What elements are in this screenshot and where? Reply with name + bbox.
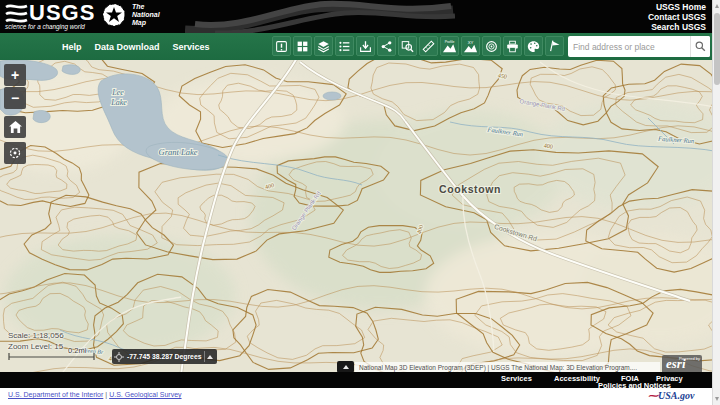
- site-header: USGS science for a changing world The Na…: [0, 0, 720, 33]
- zoom-in-button[interactable]: +: [4, 64, 26, 86]
- wave-decoration: [185, 0, 455, 33]
- style-tool-button[interactable]: [524, 36, 543, 56]
- find-my-location-button[interactable]: [4, 142, 26, 164]
- grid-icon: [296, 40, 309, 53]
- doi-link[interactable]: U.S. Department of the Interior: [8, 391, 103, 398]
- scrollbar[interactable]: [712, 0, 720, 405]
- layers-tool-button[interactable]: [314, 36, 333, 56]
- map-label-lake: Lake: [110, 98, 127, 107]
- footer-accessibility-link[interactable]: Accessibility: [554, 374, 600, 383]
- download-tool-button[interactable]: [356, 36, 375, 56]
- menu-services[interactable]: Services: [173, 42, 210, 52]
- flag-icon: [548, 40, 561, 53]
- map-label-lee: Lee: [111, 88, 124, 97]
- national-map-emblem-icon: [102, 3, 126, 27]
- share-icon: [380, 40, 393, 53]
- basemap-tool-button[interactable]: [293, 36, 312, 56]
- notifications-tool-button[interactable]: [545, 36, 564, 56]
- search-input[interactable]: [568, 42, 690, 52]
- zoom-controls: + −: [4, 64, 26, 109]
- usgs-home-link[interactable]: USGS Home: [648, 2, 706, 12]
- menu-data-download[interactable]: Data Download: [95, 42, 160, 52]
- search-usgs-link[interactable]: Search USGS: [648, 22, 706, 32]
- national-map-logo[interactable]: The National Map: [102, 3, 160, 27]
- exclamation-icon: [275, 40, 288, 53]
- footer-bar: Services Accessibility FOIA Privacy Poli…: [0, 372, 720, 388]
- download-icon: [359, 40, 372, 53]
- print-tool-button[interactable]: [503, 36, 522, 56]
- map-label-cookstown: Cookstown: [439, 183, 501, 195]
- scrollbar-thumb[interactable]: [714, 13, 720, 85]
- query-tool-button[interactable]: [398, 36, 417, 56]
- chevron-up-icon: [207, 355, 213, 359]
- usagov-logo[interactable]: ⁓USA.gov: [648, 390, 694, 401]
- map-canvas[interactable]: Lee Lake Grant Lake Cookstown Faulkner R…: [0, 60, 720, 372]
- link-separator: |: [105, 391, 107, 398]
- mountain-profile-icon: Profile: [442, 39, 457, 54]
- menus: Help Data Download Services: [62, 33, 210, 60]
- share-tool-button[interactable]: [377, 36, 396, 56]
- scale-readout: Scale: 1:18,056 Zoom Level: 15: [8, 331, 64, 352]
- scroll-up-icon: [715, 4, 719, 8]
- footer-services-link[interactable]: Services: [501, 374, 532, 383]
- government-links: U.S. Department of the Interior|U.S. Geo…: [8, 391, 182, 398]
- locate-icon: [8, 146, 22, 160]
- home-extent-button[interactable]: [4, 116, 26, 138]
- toolbar: Help Data Download Services: [0, 33, 720, 60]
- triangle-up-icon: [343, 365, 349, 369]
- svg-text:Profile: Profile: [445, 40, 455, 44]
- tool-buttons: Profile XY: [272, 36, 564, 56]
- palette-icon: [527, 40, 540, 53]
- usgs-logo[interactable]: USGS: [5, 2, 95, 24]
- target-tool-button[interactable]: [482, 36, 501, 56]
- concentric-circles-icon: [485, 40, 498, 53]
- list-icon: [338, 40, 351, 53]
- sub-footer: U.S. Department of the Interior|U.S. Geo…: [0, 388, 720, 405]
- contact-usgs-link[interactable]: Contact USGS: [648, 12, 706, 22]
- esri-wordmark: esri: [666, 356, 686, 372]
- usgs-tagline: science for a changing world: [5, 23, 85, 30]
- search-button[interactable]: [690, 36, 710, 57]
- crosshair-icon: [114, 352, 124, 362]
- coordinate-widget: -77.745 38.287 Degrees: [112, 349, 217, 364]
- mouse-coordinates: -77.745 38.287 Degrees: [127, 353, 201, 360]
- search-icon: [695, 41, 706, 52]
- usgs-wordmark: USGS: [29, 2, 95, 24]
- menu-help[interactable]: Help: [62, 42, 82, 52]
- alert-tool-button[interactable]: [272, 36, 291, 56]
- scale-text: Scale: 1:18,056: [8, 331, 64, 342]
- national-map-wordmark: The National Map: [132, 3, 160, 27]
- legend-tool-button[interactable]: [335, 36, 354, 56]
- coordinate-options-button[interactable]: [204, 351, 215, 362]
- ruler-icon: [422, 40, 435, 53]
- printer-icon: [506, 40, 519, 53]
- magnifier-box-icon: [401, 40, 414, 53]
- usagov-flag-icon: ⁓: [648, 390, 658, 401]
- zoom-out-button[interactable]: −: [4, 87, 26, 109]
- layers-icon: [317, 40, 330, 53]
- spot-elevation-tool-button[interactable]: XY: [461, 36, 480, 56]
- home-icon: [9, 121, 22, 133]
- elevation-profile-tool-button[interactable]: Profile: [440, 36, 459, 56]
- topo-map[interactable]: Lee Lake Grant Lake Cookstown Faulkner R…: [0, 60, 720, 372]
- measure-tool-button[interactable]: [419, 36, 438, 56]
- usgs-wave-icon: [5, 2, 29, 24]
- tnm-viewer-window: Lee Lake Grant Lake Cookstown Faulkner R…: [0, 0, 720, 405]
- svg-text:XY: XY: [468, 39, 474, 44]
- scale-bar-label: 0.2mi: [68, 346, 86, 355]
- mountain-xy-icon: XY: [463, 39, 478, 54]
- search-box: [568, 36, 710, 57]
- scroll-down-icon: [715, 397, 719, 401]
- map-label-grant-lake: Grant Lake: [159, 147, 198, 157]
- usgs-survey-link[interactable]: U.S. Geological Survey: [109, 391, 181, 398]
- header-links: USGS Home Contact USGS Search USGS: [648, 2, 706, 32]
